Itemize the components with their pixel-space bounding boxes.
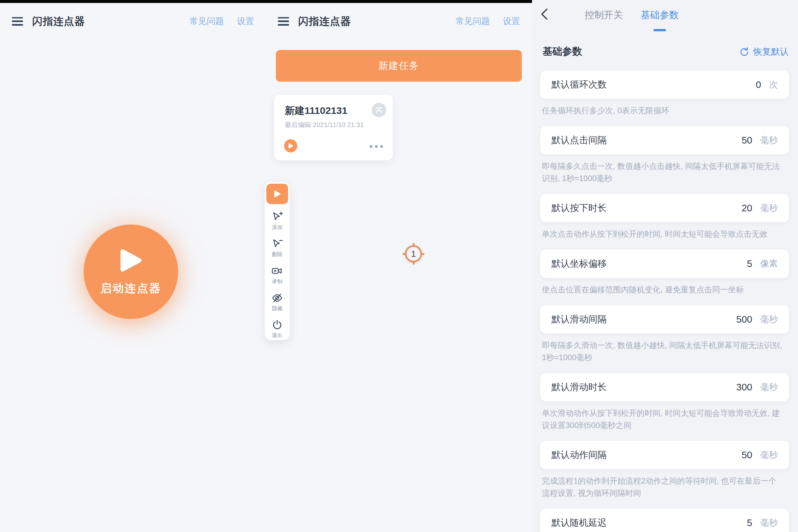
setting-label: 默认点击间隔: [551, 134, 607, 147]
settings-rows: 默认循环次数 0 次 任务循环执行多少次, 0表示无限循环 默认点击间隔 50 …: [540, 70, 790, 532]
setting-label: 默认循环次数: [551, 78, 607, 91]
start-clicker-button[interactable]: 启动连点器: [83, 225, 178, 319]
setting-unit: 毫秒: [760, 381, 778, 393]
setting-label: 默认滑动间隔: [551, 313, 607, 326]
setting-row-coord-offset[interactable]: 默认坐标偏移 5 像素: [540, 249, 790, 278]
settings-link[interactable]: 设置: [503, 16, 520, 27]
setting-row-click-interval[interactable]: 默认点击间隔 50 毫秒: [540, 126, 790, 155]
click-point-marker[interactable]: 1: [405, 245, 422, 262]
cursor-minus-icon: [271, 238, 283, 250]
setting-unit: 毫秒: [760, 517, 778, 529]
toolbar-play-button[interactable]: [266, 184, 288, 204]
toolbar-exit-button[interactable]: 退出: [271, 319, 283, 339]
setting-row-press-duration[interactable]: 默认按下时长 20 毫秒: [540, 194, 790, 223]
camcorder-icon: [271, 265, 283, 277]
toolbar-exit-label: 退出: [272, 332, 283, 339]
panel-tasks: 闪指连点器 常见问题 设置 新建任务 新建11102131 最后编辑:2021/…: [266, 0, 532, 532]
cursor-plus-icon: [271, 211, 283, 223]
setting-unit: 毫秒: [760, 314, 778, 325]
setting-description: 任务循环执行多少次, 0表示无限循环: [542, 104, 782, 116]
setting-description: 单次滑动动作从按下到松开的时间, 时间太短可能会导致滑动无效, 建议设置300到…: [542, 407, 782, 431]
setting-unit: 次: [769, 79, 778, 91]
settings-tabs: 控制开关 基础参数: [585, 8, 679, 32]
start-clicker-label: 启动连点器: [100, 281, 161, 296]
setting-description: 即每隔多久滑动一次, 数值越小越快, 间隔太低手机屏幕可能无法识别, 1秒=10…: [542, 339, 782, 363]
section-title: 基础参数: [543, 45, 582, 58]
refresh-icon: [739, 46, 749, 57]
new-task-button[interactable]: 新建任务: [276, 50, 522, 82]
toolbar-hide-label: 隐藏: [272, 305, 283, 312]
setting-unit: 毫秒: [760, 449, 778, 461]
setting-value: 5: [747, 517, 752, 528]
header-links: 常见问题 设置: [456, 16, 520, 27]
toolbar-hide-button[interactable]: 隐藏: [271, 292, 283, 312]
target-tick: [403, 253, 406, 255]
setting-description: 即每隔多久点击一次, 数值越小点击越快, 间隔太低手机屏幕可能无法识别, 1秒=…: [542, 160, 782, 184]
restore-default-button[interactable]: 恢复默认: [739, 46, 789, 58]
target-tick: [413, 261, 415, 265]
setting-label: 默认随机延迟: [551, 516, 607, 529]
tab-control-switch[interactable]: 控制开关: [585, 8, 623, 32]
play-icon: [119, 248, 143, 273]
setting-description: 单次点击动作从按下到松开的时间, 时间太短可能会导致点击无效: [542, 228, 782, 240]
setting-row-swipe-interval[interactable]: 默认滑动间隔 500 毫秒: [540, 305, 790, 334]
active-tab-indicator: [653, 29, 666, 31]
restore-default-label: 恢复默认: [753, 46, 789, 58]
toolbar-record-button[interactable]: 录制: [271, 265, 283, 285]
section-header: 基础参数 恢复默认: [543, 45, 789, 58]
task-play-button[interactable]: [284, 139, 297, 152]
setting-label: 默认按下时长: [551, 202, 607, 214]
more-options-icon[interactable]: [370, 145, 383, 148]
setting-unit: 像素: [760, 258, 778, 270]
toolbar-record-label: 录制: [272, 278, 283, 285]
setting-value: 5: [747, 259, 752, 269]
setting-value: 50: [742, 450, 752, 460]
setting-description: 完成流程1的动作到开始流程2动作之间的等待时间, 也可在最后一个流程设置, 视为…: [542, 475, 782, 499]
panel-settings: 控制开关 基础参数 基础参数 恢复默认 默认循环次数 0 次 任务循环执行多少次…: [532, 0, 798, 532]
setting-unit: 毫秒: [760, 134, 778, 146]
setting-value: 300: [737, 382, 752, 393]
power-icon: [271, 319, 283, 331]
menu-icon[interactable]: [278, 17, 289, 26]
setting-label: 默认坐标偏移: [551, 258, 607, 270]
status-bar: [0, 0, 532, 3]
setting-value: 500: [737, 314, 752, 325]
setting-value: 0: [756, 79, 761, 90]
eye-off-icon: [271, 292, 283, 304]
header-links: 常见问题 设置: [190, 16, 254, 27]
setting-row-loop-count[interactable]: 默认循环次数 0 次: [540, 70, 790, 99]
setting-row-random-delay[interactable]: 默认随机延迟 5 毫秒: [540, 508, 790, 532]
home-header: 闪指连点器 常见问题 设置: [0, 3, 266, 40]
faq-link[interactable]: 常见问题: [190, 16, 224, 27]
settings-header: 控制开关 基础参数: [532, 0, 798, 32]
setting-description: 使点击位置在偏移范围内随机变化, 避免重复点击同一坐标: [542, 283, 782, 296]
setting-row-swipe-duration[interactable]: 默认滑动时长 300 毫秒: [540, 373, 790, 402]
setting-label: 默认滑动时长: [551, 381, 607, 394]
toolbar-delete-label: 删除: [272, 251, 283, 258]
settings-link[interactable]: 设置: [237, 16, 254, 27]
setting-value: 20: [742, 203, 752, 214]
setting-row-action-interval[interactable]: 默认动作间隔 50 毫秒: [540, 440, 790, 470]
click-point-number: 1: [411, 249, 416, 259]
faq-link[interactable]: 常见问题: [456, 16, 490, 27]
tab-basic-params[interactable]: 基础参数: [641, 8, 679, 32]
setting-value: 50: [742, 135, 752, 146]
menu-icon[interactable]: [12, 17, 23, 26]
app-title: 闪指连点器: [32, 15, 85, 28]
toolbar-add-label: 添加: [272, 224, 283, 231]
setting-label: 默认动作间隔: [551, 449, 607, 461]
target-tick: [413, 243, 415, 246]
toolbar-add-button[interactable]: 添加: [271, 211, 283, 231]
task-title: 新建11102131: [285, 104, 347, 117]
collapse-icon[interactable]: [372, 103, 386, 117]
app-title: 闪指连点器: [298, 15, 351, 28]
tasks-header: 闪指连点器 常见问题 设置: [266, 3, 532, 40]
toolbar-delete-button[interactable]: 删除: [271, 238, 283, 258]
floating-toolbar: 添加 删除 录制: [265, 182, 290, 340]
task-last-edited: 最后编辑:2021/11/10 21:31: [285, 120, 364, 129]
back-button[interactable]: [537, 6, 552, 22]
task-card[interactable]: 新建11102131 最后编辑:2021/11/10 21:31: [274, 95, 393, 160]
chevron-left-icon: [539, 7, 550, 21]
panel-home: 闪指连点器 常见问题 设置 启动连点器: [0, 0, 266, 532]
tab-basic-params-label: 基础参数: [641, 10, 679, 20]
